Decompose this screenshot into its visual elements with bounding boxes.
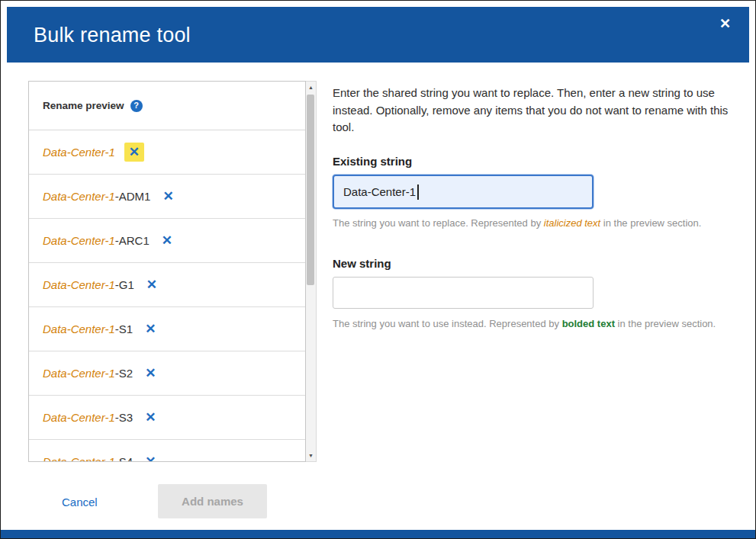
preview-item-name: Data-Center-1-S1 bbox=[43, 322, 133, 335]
preview-item-suffix: -ARC1 bbox=[115, 234, 150, 247]
new-string-label: New string bbox=[333, 257, 391, 270]
remove-item-icon[interactable]: ✕ bbox=[142, 364, 159, 382]
preview-item-suffix: -S2 bbox=[115, 367, 133, 380]
preview-item-base: Data-Center-1 bbox=[43, 367, 115, 380]
preview-item-suffix: -G1 bbox=[115, 278, 134, 291]
bottom-accent-bar bbox=[1, 530, 755, 538]
preview-row: Data-Center-1-G1 ✕ bbox=[29, 263, 305, 307]
preview-row: Data-Center-1 ✕ bbox=[29, 130, 305, 175]
bulk-rename-dialog: Bulk rename tool ✕ Rename preview ? Data… bbox=[0, 0, 756, 539]
existing-string-label: Existing string bbox=[333, 155, 412, 168]
text-caret bbox=[417, 184, 419, 200]
existing-string-input[interactable]: Data-Center-1 bbox=[333, 175, 594, 209]
remove-item-icon[interactable]: ✕ bbox=[124, 143, 144, 162]
preview-row: Data-Center-1-S3 ✕ bbox=[29, 396, 305, 440]
list-scrollbar[interactable]: ▲ ▼ bbox=[306, 81, 317, 462]
preview-item-base: Data-Center-1 bbox=[43, 234, 115, 247]
remove-item-icon[interactable]: ✕ bbox=[142, 409, 159, 426]
scroll-down-icon[interactable]: ▼ bbox=[306, 450, 316, 461]
intro-text: Enter the shared string you want to repl… bbox=[333, 85, 732, 136]
preview-row: Data-Center-1-S4 ✕ bbox=[29, 440, 305, 462]
preview-row: Data-Center-1-ADM1 ✕ bbox=[29, 175, 305, 219]
italicized-text-example: italicized text bbox=[544, 217, 600, 229]
preview-item-suffix: -S4 bbox=[115, 455, 133, 462]
dialog-header: Bulk rename tool ✕ bbox=[7, 7, 749, 63]
preview-item-name: Data-Center-1-ADM1 bbox=[43, 190, 150, 203]
preview-item-name: Data-Center-1-S2 bbox=[43, 367, 133, 380]
preview-item-suffix: -ADM1 bbox=[115, 190, 151, 203]
bolded-text-example: bolded text bbox=[562, 318, 615, 329]
help-suffix: in the preview section. bbox=[600, 217, 701, 229]
rename-preview-header: Rename preview ? bbox=[29, 82, 305, 130]
remove-item-icon[interactable]: ✕ bbox=[142, 320, 159, 338]
cancel-button[interactable]: Cancel bbox=[62, 496, 98, 509]
remove-item-icon[interactable]: ✕ bbox=[159, 188, 176, 205]
close-icon[interactable]: ✕ bbox=[716, 14, 734, 34]
add-names-button[interactable]: Add names bbox=[158, 484, 267, 518]
remove-item-icon[interactable]: ✕ bbox=[143, 276, 160, 294]
preview-item-name: Data-Center-1 bbox=[43, 146, 115, 159]
preview-row: Data-Center-1-S1 ✕ bbox=[29, 307, 305, 351]
help-suffix: in the preview section. bbox=[615, 318, 716, 329]
remove-item-icon[interactable]: ✕ bbox=[159, 232, 175, 249]
preview-item-base: Data-Center-1 bbox=[43, 322, 115, 335]
rename-preview-label: Rename preview bbox=[43, 100, 124, 111]
new-string-input[interactable] bbox=[333, 277, 594, 309]
preview-item-suffix: -S3 bbox=[115, 411, 133, 424]
preview-item-name: Data-Center-1-S4 bbox=[43, 455, 133, 462]
scrollbar-track[interactable] bbox=[306, 93, 316, 450]
new-string-help: The string you want to use instead. Repr… bbox=[333, 318, 732, 329]
preview-item-base: Data-Center-1 bbox=[43, 146, 115, 159]
rename-preview-list: Rename preview ? Data-Center-1 ✕ Data-Ce… bbox=[28, 81, 306, 462]
preview-item-base: Data-Center-1 bbox=[43, 411, 115, 424]
existing-string-help: The string you want to replace. Represen… bbox=[333, 217, 732, 229]
preview-item-base: Data-Center-1 bbox=[43, 278, 115, 291]
preview-item-base: Data-Center-1 bbox=[43, 190, 115, 203]
preview-item-suffix: -S1 bbox=[115, 322, 133, 335]
preview-row: Data-Center-1-S2 ✕ bbox=[29, 351, 305, 396]
remove-item-icon[interactable]: ✕ bbox=[142, 453, 159, 462]
existing-string-value: Data-Center-1 bbox=[343, 185, 416, 198]
preview-item-base: Data-Center-1 bbox=[43, 455, 115, 462]
preview-item-name: Data-Center-1-ARC1 bbox=[43, 234, 150, 247]
dialog-title: Bulk rename tool bbox=[34, 23, 191, 47]
preview-row: Data-Center-1-ARC1 ✕ bbox=[29, 219, 305, 263]
preview-item-name: Data-Center-1-G1 bbox=[43, 278, 134, 291]
preview-item-name: Data-Center-1-S3 bbox=[43, 411, 133, 424]
help-prefix: The string you want to use instead. Repr… bbox=[333, 318, 562, 329]
scroll-up-icon[interactable]: ▲ bbox=[306, 82, 316, 93]
scrollbar-thumb[interactable] bbox=[307, 95, 314, 285]
help-icon[interactable]: ? bbox=[130, 100, 143, 112]
help-prefix: The string you want to replace. Represen… bbox=[333, 217, 544, 229]
